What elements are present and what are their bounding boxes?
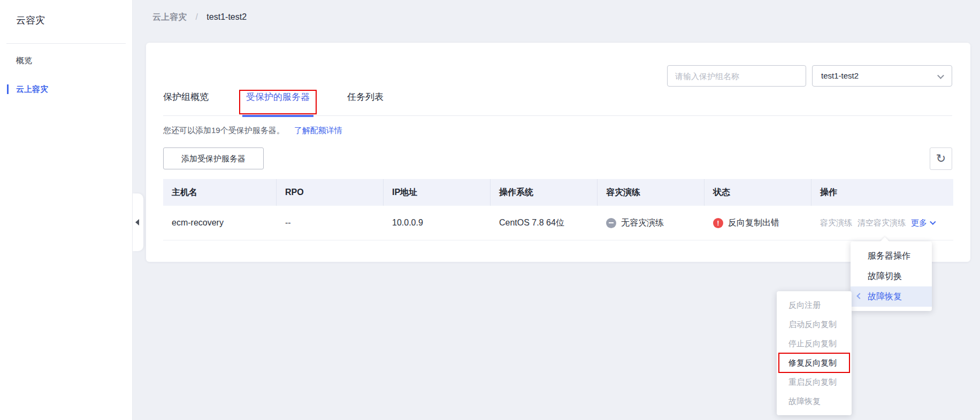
menu-item-label: 故障恢复 xyxy=(868,292,902,301)
submenu-item-label: 修复反向复制 xyxy=(788,358,837,367)
quota-text: 您还可以添加19个受保护服务器。 xyxy=(163,126,285,135)
cell-os: CentOS 7.8 64位 xyxy=(491,217,598,229)
add-protected-server-button[interactable]: 添加受保护服务器 xyxy=(163,147,264,169)
more-label: 更多 xyxy=(911,218,927,227)
drill-status-label: 无容灾演练 xyxy=(621,217,664,229)
failback-submenu: 反向注册 启动反向复制 停止反向复制 修复反向复制 重启反向复制 故障恢复 xyxy=(777,291,852,415)
sidebar-collapse-handle[interactable] xyxy=(133,193,143,251)
breadcrumb-current: test1-test2 xyxy=(206,12,247,21)
cell-operations: 容灾演练 清空容灾演练 更多 xyxy=(811,218,953,228)
sidebar-item-cloud-dr[interactable]: 云上容灾 xyxy=(0,80,132,98)
tab-label: 受保护的服务器 xyxy=(246,92,310,102)
submenu-item-repair-reverse-replication[interactable]: 修复反向复制 xyxy=(777,353,852,372)
refresh-icon: ↻ xyxy=(936,152,946,165)
servers-table: 主机名 RPO IP地址 操作系统 容灾演练 状态 操作 ecm-recover… xyxy=(163,179,953,240)
breadcrumb-parent[interactable]: 云上容灾 xyxy=(152,12,187,21)
tab-protected-servers[interactable]: 受保护的服务器 xyxy=(246,89,310,116)
active-tab-underline xyxy=(242,115,313,117)
breadcrumb-separator: / xyxy=(195,12,197,21)
cell-drill: 无容灾演练 xyxy=(598,217,705,229)
op-link-clear-drill[interactable]: 清空容灾演练 xyxy=(858,218,906,228)
sidebar-divider xyxy=(6,43,126,44)
chevron-left-icon xyxy=(856,293,862,299)
submenu-item-restart-reverse-replication[interactable]: 重启反向复制 xyxy=(777,372,852,392)
menu-item-failover[interactable]: 故障切换 xyxy=(851,266,932,286)
quota-details-link[interactable]: 了解配额详情 xyxy=(294,126,342,135)
group-select[interactable]: test1-test2 xyxy=(812,65,952,87)
submenu-item-start-reverse-replication[interactable]: 启动反向复制 xyxy=(777,315,852,334)
more-dropdown-menu: 服务器操作 故障切换 故障恢复 xyxy=(851,242,932,311)
table-row: ecm-recovery -- 10.0.0.9 CentOS 7.8 64位 … xyxy=(163,206,953,240)
op-link-drill[interactable]: 容灾演练 xyxy=(820,218,852,228)
quota-notice: 您还可以添加19个受保护服务器。 了解配额详情 xyxy=(163,126,342,136)
cell-status: ! 反向复制出错 xyxy=(705,217,811,229)
sidebar-title: 云容灾 xyxy=(16,14,45,27)
submenu-item-failback[interactable]: 故障恢复 xyxy=(777,392,852,411)
submenu-item-reverse-register[interactable]: 反向注册 xyxy=(777,295,852,315)
table-header-row: 主机名 RPO IP地址 操作系统 容灾演练 状态 操作 xyxy=(163,179,953,206)
collapse-left-icon xyxy=(135,219,139,225)
col-header-os: 操作系统 xyxy=(491,179,598,206)
col-header-ip: IP地址 xyxy=(384,179,491,206)
main-area: 云上容灾 / test1-test2 test1-test2 保护组概览 受保护… xyxy=(133,0,980,420)
breadcrumb: 云上容灾 / test1-test2 xyxy=(152,12,247,23)
menu-item-server-operations[interactable]: 服务器操作 xyxy=(851,246,932,266)
col-header-drill: 容灾演练 xyxy=(598,179,705,206)
menu-item-failback[interactable]: 故障恢复 xyxy=(851,286,932,307)
tab-group-overview[interactable]: 保护组概览 xyxy=(163,89,209,116)
active-indicator-bar xyxy=(7,84,9,94)
status-label: 反向复制出错 xyxy=(728,217,779,229)
sidebar-item-label: 概览 xyxy=(16,56,32,65)
refresh-button[interactable]: ↻ xyxy=(930,147,952,170)
protection-group-card: test1-test2 保护组概览 受保护的服务器 任务列表 您还 xyxy=(146,43,970,262)
tab-bar: 保护组概览 受保护的服务器 任务列表 xyxy=(163,89,952,116)
group-select-value: test1-test2 xyxy=(821,71,859,80)
error-circle-icon: ! xyxy=(713,218,723,228)
chevron-down-icon xyxy=(930,219,936,224)
col-header-operation: 操作 xyxy=(811,179,953,206)
sidebar-item-label: 云上容灾 xyxy=(16,84,48,94)
cell-rpo: -- xyxy=(277,218,384,228)
col-header-rpo: RPO xyxy=(277,179,384,206)
minus-circle-icon xyxy=(606,218,616,228)
sidebar-item-overview[interactable]: 概览 xyxy=(0,51,132,69)
tab-label: 任务列表 xyxy=(347,92,384,102)
chevron-down-icon xyxy=(937,72,944,79)
sidebar: 云容灾 概览 云上容灾 xyxy=(0,0,133,420)
cell-ip: 10.0.0.9 xyxy=(384,218,491,228)
op-link-more[interactable]: 更多 xyxy=(911,218,933,228)
tab-task-list[interactable]: 任务列表 xyxy=(347,89,384,116)
tab-label: 保护组概览 xyxy=(163,92,209,102)
cell-hostname: ecm-recovery xyxy=(163,218,277,228)
col-header-hostname: 主机名 xyxy=(163,179,277,206)
submenu-item-stop-reverse-replication[interactable]: 停止反向复制 xyxy=(777,334,852,353)
search-input[interactable] xyxy=(667,65,806,87)
col-header-status: 状态 xyxy=(705,179,811,206)
app-window: 云容灾 概览 云上容灾 云上容灾 / test1-test2 test1-tes… xyxy=(0,0,980,420)
